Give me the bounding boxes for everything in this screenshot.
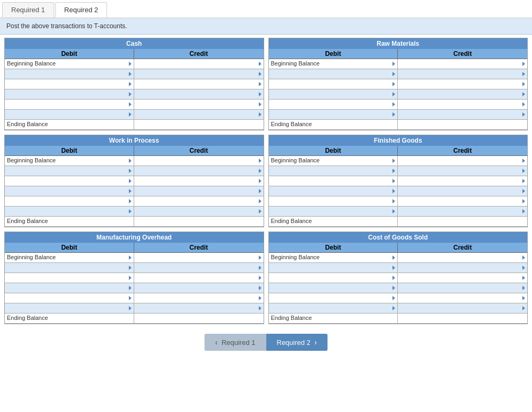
wip-row3-credit[interactable] — [134, 186, 264, 196]
wip-beg-balance-label: Beginning Balance — [5, 156, 134, 166]
rm-row2-credit[interactable] — [398, 79, 527, 89]
cash-end-balance-input[interactable] — [134, 120, 264, 129]
table-row — [269, 79, 528, 89]
cogs-row4-credit[interactable] — [398, 293, 527, 303]
table-row — [5, 293, 264, 303]
fg-row5-debit[interactable] — [269, 207, 398, 216]
cogs-row2-credit[interactable] — [398, 273, 527, 283]
tab-required1[interactable]: Required 1 — [2, 2, 54, 18]
cogs-end-balance-input[interactable] — [398, 314, 527, 323]
cash-row2-debit[interactable] — [5, 79, 134, 89]
rm-row1-debit[interactable] — [269, 69, 398, 79]
wip-row2-debit[interactable] — [5, 176, 134, 186]
mfg-row1-debit[interactable] — [5, 263, 134, 273]
cogs-row4-debit[interactable] — [269, 293, 398, 303]
rm-row4-credit[interactable] — [398, 100, 527, 109]
table-row: Ending Balance — [5, 314, 264, 324]
fg-row4-credit[interactable] — [398, 196, 527, 206]
rm-beg-balance-credit[interactable] — [398, 59, 527, 69]
table-row: Beginning Balance — [269, 59, 528, 69]
wip-debit-header: Debit — [5, 146, 134, 156]
account-work-in-process: Work in Process Debit Credit Beginning B… — [4, 135, 264, 227]
table-row — [269, 303, 528, 314]
mfg-row4-debit[interactable] — [5, 293, 134, 303]
instructions-banner: Post the above transactions to T-account… — [0, 18, 532, 35]
wip-row4-debit[interactable] — [5, 196, 134, 206]
cash-row5-debit[interactable] — [5, 110, 134, 119]
rm-row1-credit[interactable] — [398, 69, 527, 79]
cash-row1-debit[interactable] — [5, 69, 134, 79]
cash-row1-credit[interactable] — [134, 69, 264, 79]
account-raw-materials: Raw Materials Debit Credit Beginning Bal… — [268, 38, 528, 130]
mfg-row2-credit[interactable] — [134, 273, 264, 283]
fg-row5-credit[interactable] — [398, 207, 527, 216]
fg-row2-credit[interactable] — [398, 176, 527, 186]
table-row: Beginning Balance — [5, 156, 264, 166]
fg-beg-balance-credit[interactable] — [398, 156, 527, 166]
prev-button[interactable]: ‹ Required 1 — [204, 334, 266, 351]
wip-row4-credit[interactable] — [134, 196, 264, 206]
cash-row5-credit[interactable] — [134, 110, 264, 119]
cash-beg-balance-credit[interactable] — [134, 59, 264, 69]
mfg-row3-credit[interactable] — [134, 283, 264, 293]
rm-row4-debit[interactable] — [269, 100, 398, 109]
wip-row2-credit[interactable] — [134, 176, 264, 186]
tab-required2[interactable]: Required 2 — [55, 2, 108, 18]
wip-credit-header: Credit — [134, 146, 264, 156]
cogs-beg-balance-credit[interactable] — [398, 253, 527, 262]
wip-row1-debit[interactable] — [5, 166, 134, 176]
fg-row3-debit[interactable] — [269, 186, 398, 196]
cash-row3-credit[interactable] — [134, 89, 264, 99]
mfg-end-balance-input[interactable] — [134, 314, 264, 323]
wip-row3-debit[interactable] — [5, 186, 134, 196]
raw-materials-title: Raw Materials — [269, 38, 528, 49]
table-row: Ending Balance — [269, 217, 528, 227]
raw-materials-header: Debit Credit — [269, 49, 528, 59]
fg-row2-debit[interactable] — [269, 176, 398, 186]
rm-row3-debit[interactable] — [269, 89, 398, 99]
rm-end-balance-input[interactable] — [398, 120, 527, 129]
mfg-row5-credit[interactable] — [134, 303, 264, 313]
fg-end-balance-input[interactable] — [398, 217, 527, 226]
fg-row4-debit[interactable] — [269, 196, 398, 206]
cogs-row1-debit[interactable] — [269, 263, 398, 273]
cogs-row1-credit[interactable] — [398, 263, 527, 273]
wip-beg-balance-credit[interactable] — [134, 156, 264, 166]
cash-row2-credit[interactable] — [134, 79, 264, 89]
mfg-beg-balance-credit[interactable] — [134, 253, 264, 262]
wip-end-balance-input[interactable] — [134, 217, 264, 226]
wip-end-balance-label: Ending Balance — [5, 217, 134, 226]
rm-row3-credit[interactable] — [398, 89, 527, 99]
cash-row3-debit[interactable] — [5, 89, 134, 99]
accounts-grid: Cash Debit Credit Beginning Balance — [4, 38, 528, 324]
table-row — [5, 89, 264, 100]
mfg-row2-debit[interactable] — [5, 273, 134, 283]
cogs-row3-debit[interactable] — [269, 283, 398, 293]
cogs-row5-debit[interactable] — [269, 303, 398, 313]
table-row — [5, 196, 264, 207]
mfg-row3-debit[interactable] — [5, 283, 134, 293]
rm-row2-debit[interactable] — [269, 79, 398, 89]
fg-debit-header: Debit — [269, 146, 398, 156]
fg-row1-debit[interactable] — [269, 166, 398, 176]
mfg-row5-debit[interactable] — [5, 303, 134, 313]
cash-title: Cash — [5, 38, 264, 49]
cogs-row3-credit[interactable] — [398, 283, 527, 293]
wip-row5-debit[interactable] — [5, 207, 134, 216]
cogs-row5-credit[interactable] — [398, 303, 527, 313]
fg-body: Beginning Balance — [269, 156, 528, 227]
mfg-row1-credit[interactable] — [134, 263, 264, 273]
mfg-row4-credit[interactable] — [134, 293, 264, 303]
wip-row1-credit[interactable] — [134, 166, 264, 176]
cash-row4-debit[interactable] — [5, 100, 134, 109]
next-button[interactable]: Required 2 › — [266, 334, 328, 351]
fg-row1-credit[interactable] — [398, 166, 527, 176]
cogs-row2-debit[interactable] — [269, 273, 398, 283]
fg-row3-credit[interactable] — [398, 186, 527, 196]
wip-row5-credit[interactable] — [134, 207, 264, 216]
rm-row5-debit[interactable] — [269, 110, 398, 119]
rm-row5-credit[interactable] — [398, 110, 527, 119]
table-row — [5, 273, 264, 283]
cash-row4-credit[interactable] — [134, 100, 264, 109]
table-row — [269, 196, 528, 207]
